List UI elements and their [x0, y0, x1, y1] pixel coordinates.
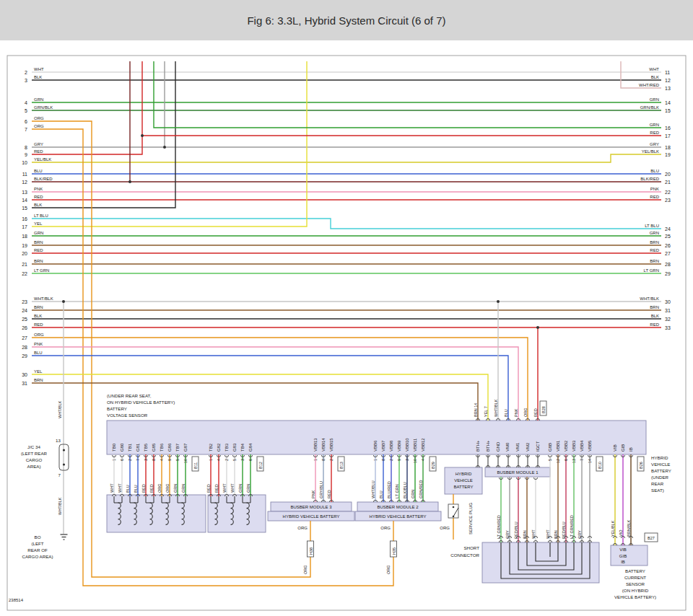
diagram-text: CURRENT — [624, 575, 646, 580]
diagram-text: (ON HYBRID — [622, 588, 649, 593]
pin-number: 17 — [22, 224, 27, 229]
wire-color-label: LT BLU — [34, 214, 48, 218]
junction-dot — [63, 449, 65, 451]
wire-yel-blk — [32, 154, 661, 162]
connector-label: B26 — [639, 462, 643, 469]
wire-color-label: RED — [149, 484, 154, 493]
pin-number: 29 — [665, 271, 671, 276]
wire-color-label: LT BLU — [645, 224, 659, 228]
pin-number: 17 — [665, 133, 671, 138]
sensor-pin-number: 1 — [209, 459, 213, 461]
pin-number: 23 — [665, 198, 671, 203]
wire-color-label: BLK — [651, 75, 659, 79]
wire-color-label: RED — [650, 131, 659, 135]
connector-label: B11 — [193, 462, 198, 469]
wire-color-label: RED — [650, 248, 659, 252]
wire-color-label: GRN — [246, 484, 250, 493]
wire-color-label: RED — [34, 248, 43, 252]
sensor-pin-label: TB1 — [128, 443, 132, 452]
pin-number: 21 — [22, 262, 27, 267]
pin-number: 14 — [665, 100, 671, 105]
pin-number: 27 — [22, 335, 27, 340]
wire-color-label: GRN — [238, 484, 243, 493]
sensor-pin-number: 6 — [248, 459, 253, 461]
wire-color-label: YEL — [34, 221, 43, 226]
pin-number: 7 — [25, 127, 27, 132]
sensor-pin-number: 4 — [160, 459, 164, 461]
wire-color-label: GRY — [505, 530, 510, 539]
diagram-text: AREA) — [27, 464, 41, 469]
sensor-pin-number: 5 — [232, 459, 237, 461]
wire-color-label: WHT — [230, 483, 235, 493]
diagram-text: CARGO — [26, 457, 43, 462]
wire-color-label: BLK — [34, 75, 42, 79]
wire-color-label: BLU — [34, 169, 43, 173]
pin-number: 15 — [22, 206, 27, 211]
diagram-text: SHORT — [463, 545, 479, 550]
sensor-pin-label: G85 — [152, 443, 156, 452]
sensor-pin-number: 4 — [217, 459, 221, 461]
wire-color-label: BRN — [650, 240, 659, 245]
wire-color-label: GRN/BLK — [34, 105, 53, 110]
component-label: IB — [621, 560, 625, 564]
pin-number: 19 — [665, 152, 671, 157]
sensor-pin-label: IGCT — [536, 441, 540, 452]
wire-color-label: ORG — [34, 116, 44, 120]
diagram-text: REAR — [651, 481, 664, 486]
wire-color-label: WHT/BLK — [58, 497, 62, 515]
sensor-pin-label: GIB — [621, 444, 625, 452]
wire-color-label: BLK — [651, 314, 659, 318]
junction-dot — [141, 134, 144, 137]
pin-number: 25 — [22, 317, 27, 322]
wire-color-label: BLU — [134, 485, 138, 493]
wire-color-label: ORG — [157, 483, 162, 493]
pin-number: 16 — [22, 216, 27, 221]
wire-color-label: WHT/BLK — [58, 400, 62, 418]
wire-color-label: RED — [327, 490, 331, 498]
sensor-pin-number: 12 — [556, 459, 560, 463]
wire-color-label: GRN — [650, 231, 659, 235]
diagram-text: VOLTAGE SENSOR — [107, 413, 148, 418]
junction-dot — [163, 146, 166, 149]
sensor-pin-number: 2 — [389, 459, 393, 461]
wire-color-label: BRN — [523, 530, 527, 539]
sensor-pin-label: VBB1 — [556, 440, 560, 452]
wire-color-label: GRN/RED — [419, 480, 423, 498]
diagram-text: (UNDER — [651, 475, 669, 480]
diagram-text: SEAT) — [651, 488, 664, 493]
sensor-pin-label: G84 — [248, 443, 253, 452]
pin-number: 19 — [22, 243, 27, 248]
connector-label: B13 — [339, 462, 344, 469]
sensor-pin-number: 8 — [321, 459, 326, 461]
diagram-text: ORG — [297, 526, 308, 530]
sensor-pin-label: G80 — [120, 443, 124, 452]
sensor-pin-label: TB6 — [160, 443, 164, 452]
wiring-diagram: BUSBER MODULE 3HYBRID VEHICLE BATTERYBUS… — [0, 0, 693, 616]
pin-number: 28 — [22, 345, 27, 350]
pin-number: 13 — [665, 86, 671, 91]
wire-color-label: YEL — [34, 369, 43, 374]
wire-color-label: GRN/BLK — [640, 105, 659, 110]
pin-number: 10 — [22, 160, 27, 165]
diagram-text: VEHICLE — [651, 462, 670, 467]
wire-color-label: ORG — [165, 483, 170, 493]
wire-color-label: RED — [34, 195, 43, 199]
wire-color-label: RED — [206, 484, 211, 493]
sensor-pin-label: VBB3 — [572, 440, 576, 452]
wire-color-label: WHT/BLK — [34, 296, 53, 301]
wire-color-label: WHT/RED — [639, 83, 660, 87]
wire-color-label: BRN — [34, 305, 43, 309]
wire-color-label: GRY/BLU — [319, 481, 323, 498]
junction-dot — [128, 180, 131, 183]
sensor-pin-number: 7 — [136, 459, 140, 461]
pin-number: 9 — [25, 152, 27, 157]
pin-number: 30 — [665, 299, 671, 304]
sensor-pin-number: 7 — [580, 459, 584, 461]
pin-number: 32 — [665, 317, 671, 322]
pin-number: 22 — [22, 271, 27, 276]
diagram-text: 7 — [58, 472, 61, 478]
wire-color-label: BLU — [34, 351, 43, 355]
wire-lt-blu — [32, 219, 661, 229]
wire-color-label: GRN — [411, 490, 415, 498]
junction-dot — [62, 300, 65, 303]
